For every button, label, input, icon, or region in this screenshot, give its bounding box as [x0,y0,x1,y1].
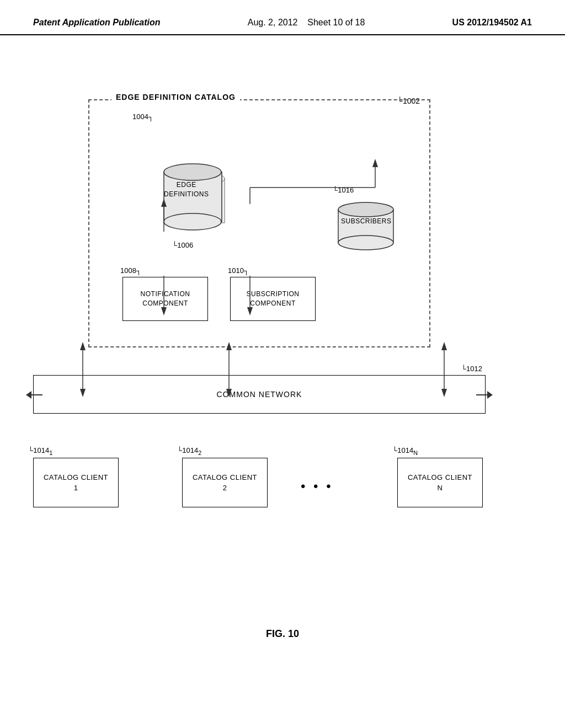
header-center: Aug. 2, 2012 Sheet 10 of 18 [248,18,365,28]
edge-catalog-label: EDGE DEFINITION CATALOG [111,93,240,101]
notification-component-text: NOTIFICATION COMPONENT [141,290,190,308]
ref-1016-label: └1016 [333,186,354,194]
catalog-client-1-text: CATALOG CLIENT 1 [44,472,108,494]
edge-definition-catalog-box: EDGE DEFINITION CATALOG 1004┐ E [88,99,430,347]
ref-1006-label: └1006 [172,241,193,249]
subscription-component-box: 1010┐ SUBSCRIPTION COMPONENT [230,277,316,321]
sheet-info: Sheet 10 of 18 [307,18,365,27]
ref-1014-n-label: └1014N [392,446,418,456]
ref-1012-label: └1012 [461,365,482,373]
svg-marker-12 [487,391,493,399]
svg-point-5 [164,213,221,230]
subscribers-text: SUBSCRIBERS [341,217,392,225]
notification-component-box: 1008┐ NOTIFICATION COMPONENT [122,277,208,321]
common-network-box: └1012 COMMON NETWORK [33,375,486,414]
ref-1014-1-label: └10141 [28,446,52,456]
catalog-client-1-box: └10141 CATALOG CLIENT 1 [33,458,119,507]
subscribers-cylinder-svg [333,200,399,252]
ref-1014-2-label: └10142 [177,446,201,456]
network-right-arrow [476,387,493,403]
edge-definitions-text: EDGE DEFINITIONS [164,180,209,199]
svg-marker-10 [26,391,31,399]
catalog-client-n-box: └1014N CATALOG CLIENT N [397,458,483,507]
network-left-arrow [26,387,42,403]
ref-1004-label: 1004┐ [132,113,153,121]
ref-1010-label: 1010┐ [228,266,249,275]
publication-title: Patent Application Publication [33,18,161,28]
ellipsis-dots: • • • [301,479,333,494]
patent-number: US 2012/194502 A1 [452,18,532,28]
catalog-client-2-box: └10142 CATALOG CLIENT 2 [182,458,268,507]
subscribers-db: └1016 SUBSCRIBERS [330,189,402,255]
svg-point-9 [338,202,393,217]
common-network-text: COMMON NETWORK [217,390,302,399]
figure-label: FIG. 10 [266,628,299,640]
page-header: Patent Application Publication Aug. 2, 2… [0,0,565,35]
db-cylinder-svg [150,156,238,249]
subscription-component-text: SUBSCRIPTION COMPONENT [246,290,299,308]
catalog-client-2-text: CATALOG CLIENT 2 [193,472,257,494]
ref-1008-label: 1008┐ [120,266,141,275]
pub-date: Aug. 2, 2012 [248,18,298,27]
catalog-client-n-text: CATALOG CLIENT N [408,472,472,494]
diagram-area: └1002 EDGE DEFINITION CATALOG 1004┐ [0,66,565,673]
edge-definitions-db: EDGE DEFINITIONS └1006 [145,144,244,255]
svg-point-8 [338,235,393,250]
svg-point-6 [164,164,221,180]
